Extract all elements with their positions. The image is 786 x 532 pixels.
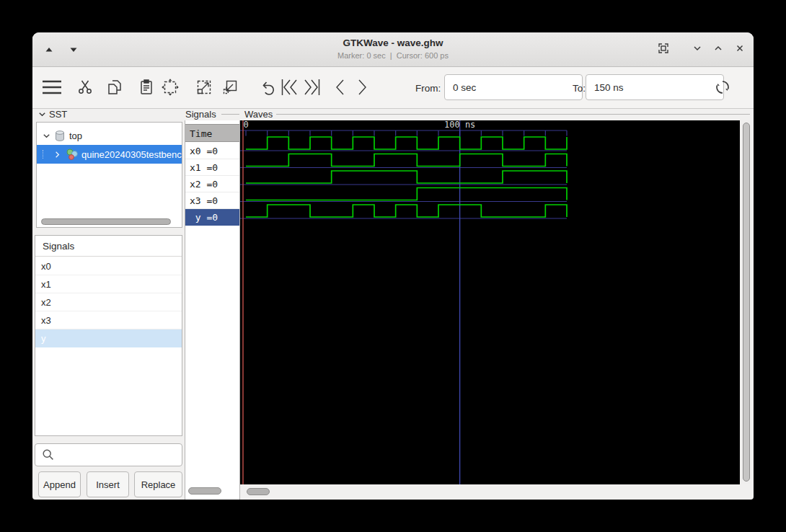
list-item-x2[interactable]: x2 [35, 293, 182, 311]
zoom-out-button[interactable] [219, 76, 241, 98]
tree-guide-line [43, 150, 53, 159]
tree-hscrollbar-thumb[interactable] [41, 218, 171, 225]
scissors-icon [76, 78, 94, 97]
shift-right-button[interactable] [351, 76, 373, 98]
zoom-in-button[interactable] [193, 76, 215, 98]
maximize-button[interactable] [707, 37, 729, 59]
signal-list-header: Signals [35, 236, 182, 257]
sst-expander[interactable]: SST [37, 109, 67, 120]
toolbar: From: To: [32, 67, 754, 109]
tree-row-testbench[interactable]: quine20240305testbenc [37, 145, 182, 164]
waves-frame-label: Waves [244, 109, 273, 120]
signal-name-panel: Time x0 =0 x1 =0 x2 =0 x3 =0 y =0 [185, 120, 240, 500]
tree-row-top[interactable]: top [37, 126, 182, 145]
append-button[interactable]: Append [38, 471, 81, 497]
signals-frame-label: Signals [185, 109, 216, 120]
waves-frame-line [276, 114, 750, 115]
signal-row-y[interactable]: y =0 [185, 209, 239, 226]
replace-button[interactable]: Replace [134, 471, 182, 497]
skip-to-start-button[interactable] [279, 76, 301, 98]
reload-button[interactable] [712, 76, 733, 98]
signals-hscrollbar-thumb[interactable] [188, 487, 221, 495]
database-cylinder-icon [54, 130, 66, 142]
signal-list-panel: Signals x0 x1 x2 x3 y [35, 235, 182, 436]
waves-hscrollbar-thumb[interactable] [247, 488, 270, 495]
wave-canvas-svg: 0100 ns [240, 120, 740, 484]
time-header[interactable]: Time [185, 124, 239, 142]
signals-frame-line [221, 114, 239, 115]
zoom-fit-icon [160, 77, 180, 97]
to-label: To: [573, 83, 586, 94]
zoom-fit-button[interactable] [159, 76, 181, 98]
list-item-x0[interactable]: x0 [35, 257, 182, 275]
list-item-x3[interactable]: x3 [35, 311, 182, 329]
close-button[interactable] [729, 37, 751, 59]
sst-tree-panel: top quine20240305testbenc [36, 122, 182, 228]
reload-icon [712, 76, 733, 98]
copy-icon [105, 78, 124, 97]
chevron-right-icon [353, 76, 371, 98]
undo-button[interactable] [257, 76, 279, 98]
paste-clipboard-icon [137, 78, 156, 97]
cut-button[interactable] [74, 76, 96, 98]
chevron-down-icon [42, 131, 51, 141]
zoom-out-icon [220, 77, 240, 97]
chevron-down-icon [37, 110, 47, 119]
fit-window-button[interactable] [653, 37, 674, 59]
chevron-up-icon [712, 43, 724, 54]
chevron-down-icon [692, 43, 703, 54]
window-subtitle: Marker: 0 sec | Cursor: 600 ps [32, 51, 754, 60]
minimize-button[interactable] [686, 37, 708, 59]
undo-arrow-icon [258, 77, 278, 97]
chevron-left-icon [331, 76, 350, 98]
sst-label: SST [49, 109, 67, 120]
list-item-y[interactable]: y [35, 329, 182, 347]
svg-text:100 ns: 100 ns [444, 120, 475, 130]
waves-vscrollbar-thumb[interactable] [743, 123, 750, 482]
signal-row-x3[interactable]: x3 =0 [185, 192, 239, 209]
list-item-x1[interactable]: x1 [35, 275, 182, 293]
tree-top-label: top [69, 130, 82, 141]
shift-left-button[interactable] [330, 76, 351, 98]
chevron-right-icon [53, 150, 62, 159]
signal-row-x2[interactable]: x2 =0 [185, 176, 239, 192]
module-spheres-icon [65, 148, 79, 161]
signal-search-box[interactable] [35, 443, 182, 466]
gtkwave-window: GTKWave - wave.ghw Marker: 0 sec | Curso… [32, 32, 754, 500]
insert-button[interactable]: Insert [87, 471, 129, 497]
search-icon [41, 448, 56, 462]
waves-vscrollbar[interactable] [741, 120, 751, 484]
titlebar[interactable]: GTKWave - wave.ghw Marker: 0 sec | Curso… [32, 32, 754, 67]
signal-row-x0[interactable]: x0 =0 [185, 143, 239, 159]
wave-canvas[interactable]: 0100 ns [240, 120, 740, 484]
from-label: From: [415, 83, 441, 94]
paste-button[interactable] [136, 76, 157, 98]
hamburger-menu-icon [42, 78, 62, 97]
signal-row-x1[interactable]: x1 =0 [185, 159, 239, 176]
window-title: GTKWave - wave.ghw [32, 37, 754, 48]
close-icon [734, 43, 746, 54]
search-input[interactable] [58, 444, 180, 466]
skip-start-icon [279, 76, 301, 98]
fit-window-icon [657, 42, 670, 55]
copy-button[interactable] [104, 76, 125, 98]
desktop: { "colors": { "wave_green": "#00d000", "… [0, 0, 786, 532]
skip-end-icon [301, 76, 322, 98]
from-input[interactable] [444, 74, 583, 100]
skip-to-end-button[interactable] [301, 76, 322, 98]
tree-testbench-label: quine20240305testbenc [81, 149, 182, 160]
svg-text:0: 0 [243, 120, 248, 130]
zoom-in-icon [194, 77, 214, 97]
to-input[interactable] [586, 74, 724, 100]
menu-button[interactable] [41, 76, 63, 98]
